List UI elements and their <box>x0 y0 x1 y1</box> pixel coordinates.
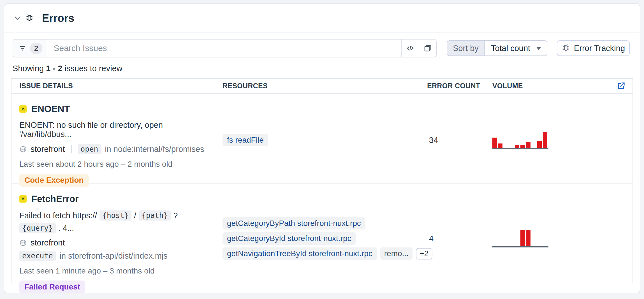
volume-bar <box>520 145 525 148</box>
copy-button[interactable] <box>419 40 436 57</box>
issue-details-cell: JS FetchError Failed to fetch https://{h… <box>11 184 223 293</box>
sort-by-label: Sort by <box>447 41 485 55</box>
globe-icon <box>19 145 27 153</box>
open-in-error-tracking-button[interactable] <box>617 82 625 90</box>
filter-icon <box>18 44 27 52</box>
globe-icon <box>19 239 27 247</box>
sort-selected-option: Total count <box>491 44 530 53</box>
issue-meta: storefrontopenin node:internal/fs/promis… <box>19 144 214 154</box>
results-range: 1 - 2 <box>46 64 62 73</box>
message-placeholder-chip: {query} <box>19 223 56 233</box>
error-tracking-button[interactable]: Error Tracking <box>557 40 630 56</box>
chevron-down-icon <box>536 47 541 50</box>
volume-bar <box>515 145 519 148</box>
sort-value-dropdown[interactable]: Total count <box>485 41 547 55</box>
resource-link[interactable]: getNavigationTreeById storefront-nuxt.rp… <box>223 247 377 260</box>
message-text: ENOENT: no such file or directory, open … <box>19 120 214 139</box>
search-bar: 2 <box>13 39 437 57</box>
issue-meta: storefrontexecutein storefront-api/dist/… <box>19 238 214 261</box>
last-seen-text: Last seen about 2 hours ago – 2 months o… <box>19 160 214 169</box>
page-title: Errors <box>42 12 74 24</box>
volume-bar <box>526 142 531 148</box>
resource-link[interactable]: fs readFile <box>223 134 268 146</box>
meta-line: storefrontopenin node:internal/fs/promis… <box>19 144 214 154</box>
error-message: ENOENT: no such file or directory, open … <box>19 120 214 139</box>
service-label: storefront <box>31 238 65 247</box>
column-header-error-count: ERROR COUNT <box>427 82 492 90</box>
column-header-volume: VOLUME <box>492 82 523 90</box>
error-location: in node:internal/fs/promises <box>105 145 204 154</box>
column-header-issue-details: ISSUE DETAILS <box>11 82 223 90</box>
error-tracking-label: Error Tracking <box>574 44 625 53</box>
message-text: . 4... <box>58 224 74 233</box>
message-text: ? <box>173 211 178 220</box>
message-text: / <box>134 211 136 220</box>
resources-cell: getCategoryByPath storefront-nuxt.rpcget… <box>223 217 427 260</box>
filter-button[interactable]: 2 <box>13 40 47 57</box>
meta-divider <box>71 145 72 153</box>
toolbar: 2 Sort by Total count <box>13 39 630 57</box>
bug-icon <box>562 44 570 52</box>
column-header-resources: RESOURCES <box>223 82 427 90</box>
javascript-language-badge: JS <box>19 195 27 203</box>
resources-cell: fs readFile <box>223 134 427 146</box>
search-input[interactable] <box>47 40 401 57</box>
volume-cell <box>492 230 633 247</box>
message-placeholder-chip: {host} <box>99 210 131 221</box>
message-text: Failed to fetch https:// <box>19 211 97 220</box>
error-location: in storefront-api/dist/index.mjs <box>60 251 168 261</box>
error-message: Failed to fetch https://{host}/{path}?{q… <box>19 210 214 233</box>
code-icon <box>406 44 414 52</box>
table-header-row: ISSUE DETAILS RESOURCES ERROR COUNT VOLU… <box>11 79 633 94</box>
service-name: storefront <box>19 145 65 154</box>
issue-details-cell: JS ENOENT ENOENT: no such file or direct… <box>11 94 223 187</box>
issues-table: ISSUE DETAILS RESOURCES ERROR COUNT VOLU… <box>11 78 633 283</box>
function-chip: execute <box>19 251 56 261</box>
resources-line: getCategoryById storefront-nuxt.rpc <box>223 232 356 245</box>
function-chip: open <box>78 144 101 154</box>
results-summary: Showing 1 - 2 issues to review <box>13 64 631 73</box>
sort-control: Sort by Total count <box>447 40 547 56</box>
code-view-button[interactable] <box>401 40 419 57</box>
issue-row[interactable]: JS FetchError Failed to fetch https://{h… <box>11 183 633 283</box>
volume-sparkline-chart <box>492 230 548 247</box>
panel-header: Errors <box>4 4 640 33</box>
volume-sparkline-chart <box>492 131 548 149</box>
meta-line: executein storefront-api/dist/index.mjs <box>19 251 214 261</box>
service-label: storefront <box>31 145 65 154</box>
issue-title: ENOENT <box>31 104 70 114</box>
volume-bar <box>520 230 525 246</box>
resources-line: getNavigationTreeById storefront-nuxt.rp… <box>223 247 432 260</box>
issue-type-badge: Failed Request <box>19 281 85 293</box>
resources-line: fs readFile <box>223 134 268 146</box>
message-placeholder-chip: {path} <box>139 210 171 221</box>
volume-bar <box>498 143 502 148</box>
collapse-chevron-icon[interactable] <box>11 12 24 25</box>
last-seen-text: Last seen 1 minute ago – 3 months old <box>19 266 214 275</box>
more-resources-badge[interactable]: +2 <box>416 248 432 259</box>
volume-bar <box>543 132 547 148</box>
filter-count-badge: 2 <box>30 43 42 54</box>
resource-link[interactable]: getCategoryById storefront-nuxt.rpc <box>223 232 356 245</box>
issue-row[interactable]: JS ENOENT ENOENT: no such file or direct… <box>11 94 633 183</box>
javascript-language-badge: JS <box>19 105 27 113</box>
volume-cell <box>492 131 633 149</box>
copy-icon <box>423 44 432 52</box>
external-link-icon <box>617 82 625 90</box>
error-count-value: 34 <box>427 136 492 145</box>
issue-title: FetchError <box>31 194 79 204</box>
resources-line: getCategoryByPath storefront-nuxt.rpc <box>223 217 365 230</box>
errors-panel: Errors 2 <box>4 3 640 293</box>
volume-bar <box>526 230 531 246</box>
service-name: storefront <box>19 238 65 247</box>
volume-bar <box>537 141 542 148</box>
bug-icon <box>25 14 34 22</box>
error-count-value: 4 <box>427 234 492 243</box>
resource-link[interactable]: getCategoryByPath storefront-nuxt.rpc <box>223 217 365 230</box>
table-body: JS ENOENT ENOENT: no such file or direct… <box>11 94 633 283</box>
volume-bar <box>492 138 497 148</box>
resource-link-truncated[interactable]: remo... <box>380 247 413 260</box>
meta-line: storefront <box>19 238 214 247</box>
